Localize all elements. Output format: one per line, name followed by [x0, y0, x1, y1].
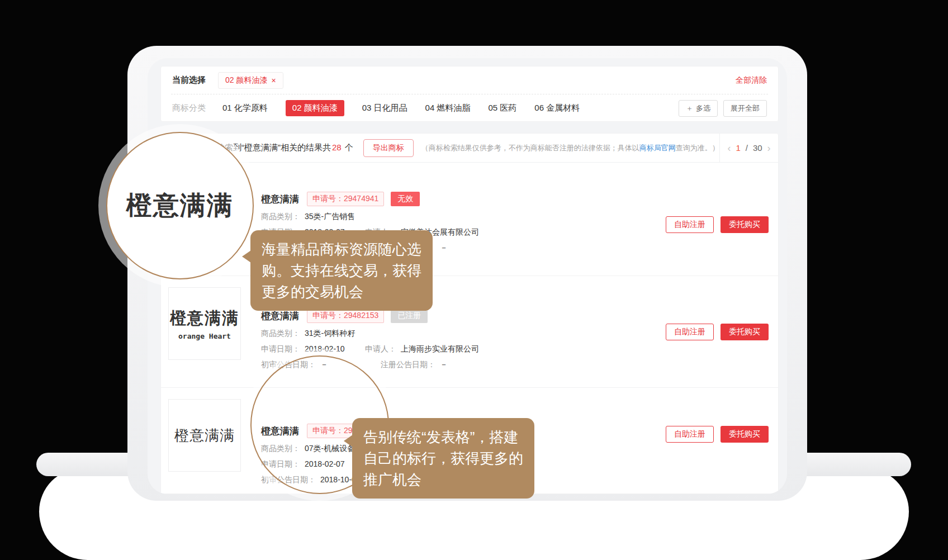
apply-date-label: 申请日期： [261, 343, 300, 354]
serial-badge: 申请号：29474941 [307, 192, 384, 206]
selected-filter-tag-label: 02 颜料油漆 [225, 75, 267, 86]
multi-select-label: 多选 [696, 103, 710, 113]
pager: ‹ 1 / 30 › [719, 134, 778, 162]
current-selection-row: 当前选择 02 颜料油漆 × 全部清除 [161, 67, 778, 94]
category-item-02-selected[interactable]: 02 颜料油漆 [286, 100, 344, 116]
trademark-thumbnail-3: 橙意满满 [168, 399, 241, 472]
reg-pub-value: － [440, 242, 448, 253]
category-item-01[interactable]: 01 化学原料 [222, 103, 268, 113]
tooltip-line: 推广机会 [363, 469, 523, 490]
trademark-name: 橙意满满 [261, 310, 299, 322]
expand-all-button[interactable]: 展开全部 [723, 100, 767, 117]
plus-icon: ＋ [686, 103, 693, 113]
reg-pub-value: － [440, 359, 448, 370]
magnifier-circle-1: 橙意满满 [106, 132, 254, 279]
page-total: 30 [753, 143, 762, 153]
category-item-06[interactable]: 06 金属材料 [534, 103, 580, 113]
status-badge: 无效 [391, 192, 420, 206]
selected-filter-tag[interactable]: 02 颜料油漆 × [218, 72, 283, 89]
category-item-05[interactable]: 05 医药 [488, 103, 516, 113]
entrust-purchase-button[interactable]: 委托购买 [721, 426, 769, 443]
trademark-office-link[interactable]: 商标局官网 [639, 144, 676, 152]
trademark-name: 橙意满满 [261, 193, 299, 206]
trademark-thumbnail-2: 橙意满满 orange Heart [168, 287, 241, 360]
self-register-button[interactable]: 自助注册 [666, 216, 714, 233]
current-selection-label: 当前选择 [172, 75, 206, 86]
disclaimer-prefix: （商标检索结果仅供参考，不作为商标能否注册的法律依据；具体以 [421, 144, 639, 152]
thumbnail-subtext: orange Heart [178, 332, 231, 340]
disclaimer: （商标检索结果仅供参考，不作为商标能否注册的法律依据；具体以商标局官网查询为准。… [421, 143, 719, 153]
results-header: 当前分类下检索到“橙意满满”相关的结果共28 个 导出商标 （商标检索结果仅供参… [161, 134, 778, 163]
self-register-button[interactable]: 自助注册 [666, 324, 714, 340]
applicant-value: 上海雨步实业有限公司 [401, 343, 479, 354]
thumbnail-text: 橙意满满 [174, 426, 235, 445]
marketing-stage: 当前选择 02 颜料油漆 × 全部清除 商标分类 01 化学原料 02 颜料油漆… [0, 0, 948, 560]
next-page-icon[interactable]: › [767, 143, 771, 153]
tooltip-line: 更多的交易机会 [262, 281, 421, 302]
clear-all-button[interactable]: 全部清除 [736, 75, 767, 86]
disclaimer-suffix: 查询为准。） [676, 144, 719, 152]
reg-pub-label: 注册公告日期： [381, 359, 435, 370]
export-button[interactable]: 导出商标 [363, 139, 414, 157]
magnified-trademark-text: 橙意满满 [126, 188, 234, 223]
category-filter-label: 商标分类 [172, 103, 206, 113]
multi-select-button[interactable]: ＋ 多选 [679, 100, 718, 117]
thumbnail-text: 橙意满满 [170, 307, 239, 330]
category-label: 商品类别： [261, 211, 300, 222]
prev-page-icon[interactable]: ‹ [727, 143, 731, 153]
tooltip-line: 海量精品商标资源随心选 [262, 239, 421, 260]
applicant-label: 申请人： [365, 343, 396, 354]
entrust-purchase-button[interactable]: 委托购买 [721, 324, 769, 340]
category-item-03[interactable]: 03 日化用品 [362, 103, 407, 113]
tooltip-line: 自己的标行，获得更多的 [363, 448, 523, 469]
apply-date-value: 2018-02-10 [305, 343, 356, 354]
tooltip-marketplace: 海量精品商标资源随心选 购。支持在线交易，获得 更多的交易机会 [250, 230, 433, 311]
entrust-purchase-button[interactable]: 委托购买 [721, 216, 769, 233]
category-row: 商标分类 01 化学原料 02 颜料油漆 03 日化用品 04 燃料油脂 05 … [161, 94, 778, 122]
category-value: 31类-饲料种籽 [305, 328, 355, 339]
tooltip-arrow [242, 250, 251, 263]
tooltip-promotion: 告别传统“发表格”，搭建 自己的标行，获得更多的 推广机会 [352, 418, 534, 499]
tooltip-arrow [344, 435, 353, 447]
filter-card: 当前选择 02 颜料油漆 × 全部清除 商标分类 01 化学原料 02 颜料油漆… [160, 66, 779, 122]
page-separator: / [746, 143, 748, 153]
current-page: 1 [736, 143, 740, 153]
remove-tag-icon[interactable]: × [271, 76, 276, 85]
tooltip-line: 购。支持在线交易，获得 [262, 260, 421, 281]
summary-suffix: 个 [343, 143, 353, 152]
self-register-button[interactable]: 自助注册 [666, 426, 714, 443]
category-item-04[interactable]: 04 燃料油脂 [425, 103, 471, 113]
summary-count: 28 [332, 143, 342, 152]
category-label: 商品类别： [261, 328, 300, 339]
tooltip-line: 告别传统“发表格”，搭建 [363, 426, 523, 448]
category-value: 35类-广告销售 [305, 211, 355, 222]
